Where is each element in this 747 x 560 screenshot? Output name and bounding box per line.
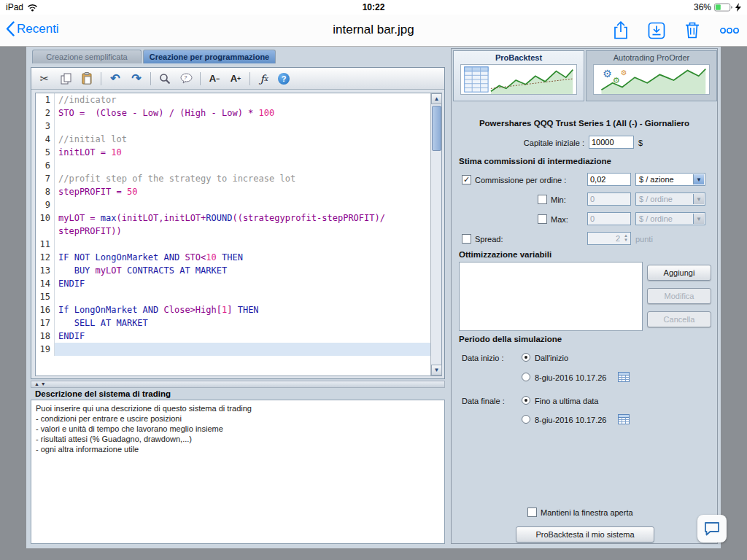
scrollbar-thumb[interactable] (432, 106, 441, 151)
line-number: 13 (36, 264, 55, 277)
code-text: //indicator (55, 93, 430, 106)
max-input[interactable] (587, 212, 631, 225)
code-line[interactable]: 16If LongOnMarket AND Close>High[1] THEN (36, 303, 430, 316)
description-line: Puoi inserire qui una descrizione di que… (36, 403, 440, 413)
code-line[interactable]: 2STO = (Close - Low) / (High - Low) * 10… (36, 106, 430, 120)
code-text: initLOT = 10 (55, 146, 430, 159)
code-line[interactable]: 5initLOT = 10 (36, 146, 430, 159)
capital-label: Capitale iniziale : (494, 139, 584, 147)
code-line[interactable]: stepPROFIT)) (36, 225, 430, 238)
tab-label: ProBacktest (454, 51, 584, 62)
function-icon[interactable]: ƒx (257, 71, 271, 86)
start-custom-date-radio[interactable] (522, 373, 530, 381)
start-from-beginning-radio[interactable] (522, 353, 530, 362)
code-line[interactable]: 8stepPROFIT = 50 (36, 185, 430, 198)
tab-probacktest[interactable]: ProBacktest (453, 50, 584, 101)
capital-input[interactable] (589, 136, 634, 149)
keep-open-checkbox[interactable] (527, 508, 537, 517)
code-line[interactable]: 4//initial lot (36, 133, 430, 146)
font-increase-icon[interactable]: A+ (228, 71, 243, 86)
redo-icon[interactable]: ↷ (129, 71, 144, 86)
line-number (36, 225, 55, 238)
code-text: SELL AT MARKET (55, 316, 430, 330)
probacktest-chart-icon (460, 64, 577, 95)
scroll-down-icon[interactable]: ▼ (431, 365, 442, 376)
min-input[interactable] (587, 192, 631, 206)
commission-header: Stima commissioni di intermediazione (459, 157, 611, 166)
variables-listbox[interactable] (459, 262, 643, 331)
comment-icon[interactable]: ? (179, 71, 193, 86)
code-line[interactable]: 12IF NOT LongOnMarket AND STO<10 THEN (36, 251, 430, 264)
code-text: myLOT = max(initLOT,initLOT+ROUND((strat… (55, 211, 430, 225)
min-checkbox[interactable] (538, 195, 547, 204)
period-header: Periodo della simulazione (459, 335, 562, 343)
tab-creazione-programmazione[interactable]: Creazione per programmazione (143, 50, 276, 63)
toolbar-separator (200, 72, 201, 85)
delete-variable-button[interactable]: Cancella (647, 311, 711, 327)
editor-toolbar: ✂ ↶ ↷ ? A− A+ ƒx ? (31, 68, 444, 90)
min-label: Min: (551, 195, 566, 204)
code-text: //profit step of the strategy to increas… (55, 172, 430, 185)
share-button[interactable] (613, 20, 629, 40)
edit-variable-button[interactable]: Modifica (647, 288, 711, 304)
code-line[interactable]: 11 (36, 238, 430, 251)
copy-icon[interactable] (58, 71, 73, 86)
code-line[interactable]: 18ENDIF (36, 330, 430, 343)
code-line[interactable]: 13 BUY myLOT CONTRACTS AT MARKET (36, 264, 430, 277)
description-line: - ogni altra informazione utile (36, 444, 440, 454)
font-decrease-icon[interactable]: A− (207, 71, 222, 86)
commission-unit-select[interactable]: $ / azione▼ (635, 173, 705, 186)
more-icon (719, 27, 740, 34)
scroll-up-icon[interactable]: ▲ (431, 93, 442, 104)
download-button[interactable] (648, 22, 665, 39)
end-date-label: Data finale : (462, 397, 505, 405)
code-text (55, 120, 430, 133)
zoom-icon[interactable] (158, 71, 172, 86)
keep-open-label: Mantieni la finestra aperta (541, 508, 633, 517)
end-option-label: Fino a ultima data (535, 397, 598, 405)
code-lines[interactable]: 1//indicator2STO = (Close - Low) / (High… (36, 93, 430, 376)
svg-text:⚙: ⚙ (621, 69, 627, 77)
splitter-handle[interactable]: ▲ ▼ (31, 381, 445, 388)
cut-icon[interactable]: ✂ (37, 71, 52, 86)
code-line[interactable]: 1//indicator (36, 93, 430, 106)
tab-creazione-semplificata[interactable]: Creazione semplificata (32, 50, 142, 63)
description-text[interactable]: Puoi inserire qui una descrizione di que… (31, 400, 445, 544)
commission-input[interactable] (587, 173, 631, 186)
undo-icon[interactable]: ↶ (108, 71, 123, 86)
more-button[interactable] (719, 27, 740, 34)
code-text: IF NOT LongOnMarket AND STO<10 THEN (55, 251, 430, 264)
tab-autotrading-proorder[interactable]: Autotrading ProOrder ⚙ ⚙ ⚙ (586, 50, 717, 101)
calendar-icon[interactable] (618, 413, 630, 424)
line-number: 6 (36, 159, 55, 172)
code-line[interactable]: 19 (36, 343, 430, 356)
commission-checkbox[interactable]: ✓ (462, 175, 471, 184)
code-line[interactable]: 3 (36, 120, 430, 133)
spinner-up-icon[interactable]: ▲▼ (622, 233, 630, 242)
capital-currency: $ (638, 139, 643, 147)
run-backtest-button[interactable]: ProBacktesta il mio sistema (516, 526, 654, 542)
spread-checkbox[interactable] (462, 234, 471, 244)
add-variable-button[interactable]: Aggiungi (647, 265, 711, 281)
line-number: 10 (36, 211, 55, 225)
code-line[interactable]: 17 SELL AT MARKET (36, 316, 430, 330)
code-line[interactable]: 7//profit step of the strategy to increa… (36, 172, 430, 185)
editor-scrollbar[interactable]: ▲ ▼ (430, 93, 441, 376)
min-unit-select[interactable]: $ / ordine▼ (635, 192, 705, 206)
code-line[interactable]: 9 (36, 198, 430, 211)
paste-icon[interactable] (80, 71, 94, 86)
code-line[interactable]: 14ENDIF (36, 277, 430, 290)
code-line[interactable]: 15 (36, 290, 430, 303)
max-unit-select[interactable]: $ / ordine▼ (635, 212, 705, 225)
code-line[interactable]: 10myLOT = max(initLOT,initLOT+ROUND((str… (36, 211, 430, 225)
calendar-icon[interactable] (618, 371, 630, 382)
delete-button[interactable] (684, 21, 700, 39)
line-number: 1 (36, 93, 55, 106)
end-last-data-radio[interactable] (522, 396, 530, 405)
end-custom-date-radio[interactable] (522, 415, 530, 424)
help-icon[interactable]: ? (278, 73, 290, 85)
code-line[interactable]: 6 (36, 159, 430, 172)
download-icon (648, 22, 665, 39)
chat-button[interactable] (697, 515, 727, 542)
max-checkbox[interactable] (538, 214, 547, 224)
